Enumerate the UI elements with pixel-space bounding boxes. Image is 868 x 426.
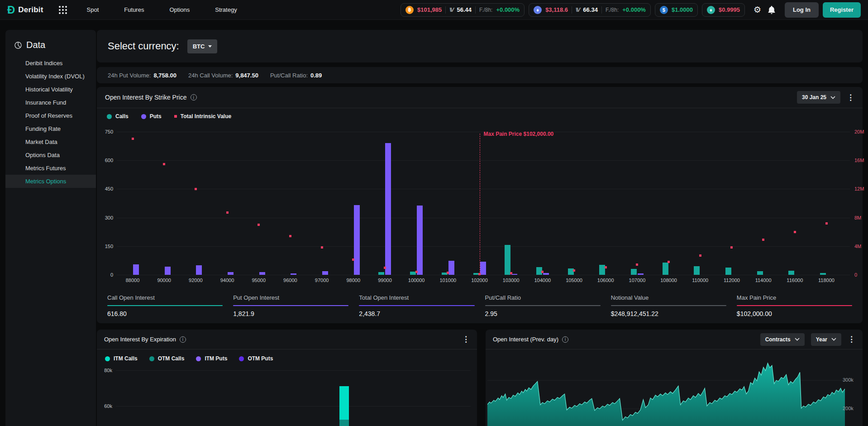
deribit-logo[interactable]: Đ Deribit [7,5,43,15]
prevday-chart-title: Open Interest (Prev. day) [493,336,558,343]
itm-puts-dot-icon [196,356,201,361]
put-call-ratio-stat: Put/Call Ratio: 0.89 [270,72,322,79]
btc-price: $101,985 [417,6,442,13]
sidebar-item-proof-of-reserves[interactable]: Proof of Reserves [5,109,96,122]
legend-puts[interactable]: Puts [141,113,162,120]
usdc-ticker-pill[interactable]: $ $1.0000 [655,3,698,17]
chevron-down-icon [208,45,212,48]
open-interest-by-strike-card: Open Interest By Strike Price i 30 Jan 2… [97,87,863,323]
usdt-price: $0.9995 [719,6,740,13]
btc-funding-value: +0.000% [496,6,520,13]
sidebar-header[interactable]: Data [5,36,96,57]
btc-funding-label: F./8h: [479,7,492,13]
currency-dropdown[interactable]: BTC [187,39,218,53]
notifications-bell-icon[interactable] [768,6,775,14]
register-button[interactable]: Register [823,2,861,18]
eth-ticker-pill[interactable]: ♦ $3,118.6 \V 66.34 F./8h: +0.000% [529,3,651,17]
put-volume-stat: 24h Put Volume: 8,758.00 [108,72,176,79]
open-interest-by-expiration-card: Open Interest By Expiration i ⋮ ITM Call… [97,330,477,426]
usdt-ticker-pill[interactable]: ♦ $0.9995 [702,3,745,17]
summary-total-oi: Total Open Interest 2,438.7 [359,294,474,317]
chevron-down-icon [795,338,800,341]
kebab-menu-icon[interactable]: ⋮ [847,94,854,101]
dvol-icon: \V [449,6,453,13]
nav-item-futures[interactable]: Futures [124,6,144,13]
prevday-y-tick: 300k [843,377,858,383]
data-sidebar: Data Deribit Indices Volatility Index (D… [5,30,96,426]
btc-ticker-pill[interactable]: ฿ $101,985 \V 56.44 F./8h: +0.000% [401,3,525,17]
page: Đ Deribit Spot Futures Options Strategy … [0,0,868,426]
calls-dot-icon [107,114,112,119]
kebab-menu-icon[interactable]: ⋮ [462,335,470,343]
open-interest-prev-day-card: Open Interest (Prev. day) i Contracts Ye… [486,330,863,426]
intrinsic-square-icon [174,115,177,118]
sidebar-item-market-data[interactable]: Market Data [5,135,96,148]
max-pain-annotation: Max Pain Price $102,000.00 [484,131,554,137]
expiration-y-tick: 60k [100,403,112,409]
summary-put-call-ratio: Put/Call Ratio 2.95 [485,294,601,317]
deribit-logo-icon: Đ [7,5,15,15]
eth-funding-label: F./8h: [606,7,619,13]
eth-icon: ♦ [534,6,542,14]
nav-item-spot[interactable]: Spot [87,6,99,13]
strike-chart-title: Open Interest By Strike Price [105,94,187,101]
data-pie-icon [14,42,22,49]
sidebar-item-funding-rate[interactable]: Funding Rate [5,122,96,135]
currency-select-card: Select currency: BTC [97,30,863,62]
contracts-dropdown[interactable]: Contracts [760,333,805,346]
settings-gear-icon[interactable]: ⚙ [754,5,761,15]
login-button[interactable]: Log In [785,2,819,18]
select-currency-label: Select currency: [108,40,179,52]
kebab-menu-icon[interactable]: ⋮ [848,335,855,343]
volume-stats-bar: 24h Put Volume: 8,758.00 24h Call Volume… [97,67,863,83]
main-nav: Spot Futures Options Strategy [87,6,237,13]
currency-selected: BTC [193,43,205,50]
sidebar-item-historical-volatility[interactable]: Historical Volatility [5,83,96,96]
summary-notional-value: Notional Value $248,912,451.22 [611,294,726,317]
info-icon[interactable]: i [191,94,197,101]
nav-item-strategy[interactable]: Strategy [215,6,237,13]
eth-price: $3,118.6 [545,6,568,13]
sidebar-item-metrics-futures[interactable]: Metrics Futures [5,162,96,175]
call-volume-stat: 24h Call Volume: 9,847.50 [188,72,258,79]
apps-grid-icon[interactable] [59,6,67,14]
sidebar-item-metrics-options[interactable]: Metrics Options [5,175,96,188]
puts-dot-icon [141,114,146,119]
usdc-icon: $ [660,6,668,14]
expiry-date-dropdown[interactable]: 30 Jan 25 [797,91,840,104]
dvol-icon: \V [576,6,579,13]
chevron-down-icon [830,96,835,99]
legend-otm-calls[interactable]: OTM Calls [149,355,185,362]
legend-otm-puts[interactable]: OTM Puts [239,355,273,362]
top-navbar: Đ Deribit Spot Futures Options Strategy … [0,0,868,20]
legend-itm-calls[interactable]: ITM Calls [105,355,138,362]
chevron-down-icon [831,338,836,341]
sidebar-item-insurance-fund[interactable]: Insurance Fund [5,96,96,109]
nav-item-options[interactable]: Options [169,6,190,13]
eth-dvol: 66.34 [583,6,598,13]
btc-dvol: 56.44 [457,6,472,13]
legend-calls[interactable]: Calls [107,113,129,120]
prevday-y-tick: 200k [843,406,858,411]
eth-funding-value: +0.000% [622,6,646,13]
sidebar-item-volatility-index[interactable]: Volatility Index (DVOL) [5,70,96,83]
summary-call-oi: Call Open Interest 616.80 [107,294,223,317]
expiration-chart-legend: ITM Calls OTM Calls ITM Puts OTM Puts [105,355,273,362]
strike-summary-row: Call Open Interest 616.80 Put Open Inter… [97,294,863,317]
period-dropdown[interactable]: Year [811,333,841,346]
strike-chart-plot[interactable]: 015030045060075004M8M12M16M20M8800090000… [117,132,850,275]
legend-total-intrinsic[interactable]: Total Intrinsic Value [174,113,231,120]
brand-name: Deribit [18,5,43,14]
sidebar-item-options-data[interactable]: Options Data [5,148,96,162]
usdc-price: $1.0000 [672,6,693,13]
btc-icon: ฿ [405,6,414,14]
otm-calls-dot-icon [149,356,154,361]
info-icon[interactable]: i [180,336,186,343]
main-content: Select currency: BTC 24h Put Volume: 8,7… [97,30,863,426]
summary-max-pain: Max Pain Price $102,000.00 [737,294,852,317]
info-icon[interactable]: i [562,336,568,343]
otm-puts-dot-icon [239,356,244,361]
usdt-icon: ♦ [707,6,715,14]
sidebar-item-deribit-indices[interactable]: Deribit Indices [5,57,96,70]
legend-itm-puts[interactable]: ITM Puts [196,355,227,362]
